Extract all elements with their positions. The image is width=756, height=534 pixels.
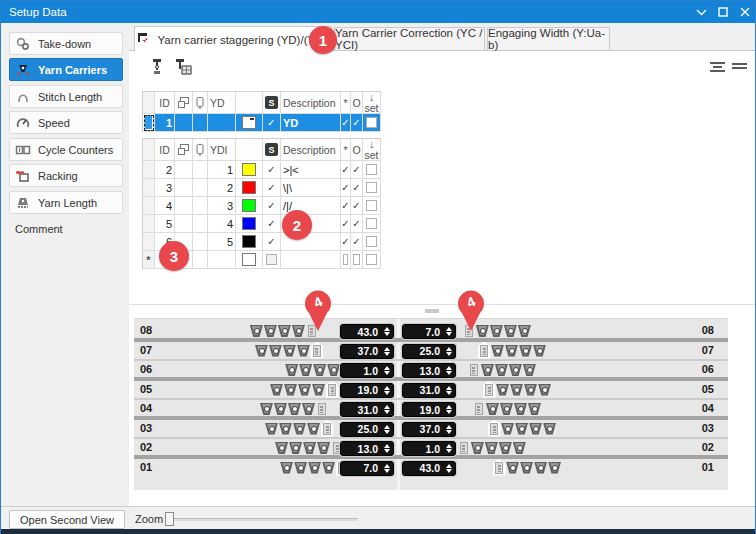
stagger-handle[interactable] <box>495 462 503 474</box>
left-stagger-stepper[interactable]: 13.0 <box>340 441 394 456</box>
yarn-carrier-icon <box>534 462 547 474</box>
check-icon: ✓ <box>267 237 275 247</box>
left-stagger-stepper[interactable]: 43.0 <box>340 324 394 339</box>
sidebar-item-racking[interactable]: Racking <box>9 164 123 187</box>
col-header-o[interactable]: O <box>351 139 363 161</box>
device-column-icon[interactable] <box>193 139 208 161</box>
right-stagger-stepper[interactable]: 19.0 <box>402 402 456 417</box>
staggering-view: 08 43.0 7.0 08 07 37.0 25.0 07 06 1.0 <box>134 318 728 490</box>
sidebar-item-take-down[interactable]: Take-down <box>9 32 123 55</box>
cell-id[interactable]: 1 <box>155 114 175 132</box>
close-icon[interactable] <box>737 4 753 20</box>
row-selector[interactable] <box>143 197 155 215</box>
s-column-icon[interactable]: S <box>263 92 281 114</box>
stagger-handle[interactable] <box>318 403 326 415</box>
stagger-handle[interactable] <box>485 384 493 396</box>
col-header-set[interactable]: ↓set <box>363 92 381 114</box>
left-stagger-stepper[interactable]: 37.0 <box>340 344 394 359</box>
sidebar-item-comment[interactable]: Comment <box>9 217 123 240</box>
zoom-slider-track[interactable] <box>166 518 358 521</box>
cell-id[interactable]: 5 <box>155 215 175 233</box>
cell-color[interactable] <box>236 215 263 233</box>
cell-ydi[interactable]: 3 <box>208 197 236 215</box>
cell-ydi[interactable]: 1 <box>208 161 236 179</box>
s-column-icon[interactable]: S <box>263 139 281 161</box>
cell-id[interactable]: 4 <box>155 197 175 215</box>
new-row-marker[interactable]: * <box>143 251 155 269</box>
col-header-description[interactable]: Description <box>281 92 341 114</box>
cell-id[interactable]: 3 <box>155 179 175 197</box>
row-selector[interactable] <box>143 114 155 132</box>
cell-ydi[interactable]: 4 <box>208 215 236 233</box>
left-stagger-stepper[interactable]: 19.0 <box>340 383 394 398</box>
device-column-icon[interactable] <box>193 92 208 114</box>
cell-color[interactable] <box>236 251 263 269</box>
cell-description[interactable]: \|\ <box>281 179 341 197</box>
sidebar-item-yarn-length[interactable]: Yarn Length <box>9 191 123 214</box>
col-header-id[interactable]: ID <box>155 92 175 114</box>
tab-yarn-carrier-staggering[interactable]: Yarn carrier staggering (YD)/(YDI) <box>134 26 332 52</box>
stagger-handle[interactable] <box>470 364 478 376</box>
cell-ydi[interactable]: 5 <box>208 233 236 251</box>
maximize-icon[interactable] <box>715 4 731 20</box>
copy-column-icon[interactable] <box>175 92 193 114</box>
col-header-star[interactable]: * <box>341 92 351 114</box>
stagger-handle[interactable] <box>328 384 336 396</box>
carrier-assign-tool-icon[interactable] <box>173 57 193 77</box>
left-stagger-stepper[interactable]: 1.0 <box>340 363 394 378</box>
carrier-track-row: 03 25.0 37.0 03 <box>134 420 728 440</box>
left-stagger-stepper[interactable]: 31.0 <box>340 402 394 417</box>
cell-id[interactable]: 2 <box>155 161 175 179</box>
cell-color[interactable] <box>236 233 263 251</box>
col-header-yd[interactable]: YD <box>208 92 236 114</box>
stagger-handle[interactable] <box>475 403 483 415</box>
left-stagger-stepper[interactable]: 25.0 <box>340 422 394 437</box>
right-stagger-stepper[interactable]: 25.0 <box>402 344 456 359</box>
row-selector[interactable] <box>143 215 155 233</box>
col-header-set[interactable]: ↓set <box>363 139 381 161</box>
tab-yarn-carrier-correction[interactable]: Yarn Carrier Correction (YC / YCI) <box>334 27 485 51</box>
zoom-slider-thumb[interactable] <box>165 512 174 526</box>
check-icon: ✓ <box>352 201 360 211</box>
collapse-icon[interactable] <box>693 4 709 20</box>
sidebar-item-speed[interactable]: Speed <box>9 111 123 134</box>
stagger-handle[interactable] <box>313 345 321 357</box>
row-selector[interactable] <box>143 179 155 197</box>
row-selector[interactable] <box>143 161 155 179</box>
col-header-ydi[interactable]: YDI <box>208 139 236 161</box>
cell-description[interactable]: >|< <box>281 161 341 179</box>
stagger-handle[interactable] <box>480 345 488 357</box>
view-mode-stacked-icon[interactable] <box>710 62 725 72</box>
carrier-tool-icon[interactable] <box>149 57 169 77</box>
cell-color[interactable] <box>236 179 263 197</box>
tab-engaging-width[interactable]: Engaging Width (Y:Ua-b) <box>487 27 610 51</box>
col-header-id[interactable]: ID <box>155 139 175 161</box>
splitter-grip[interactable] <box>425 309 439 313</box>
col-header-description[interactable]: Description <box>281 139 341 161</box>
left-stagger-stepper[interactable]: 7.0 <box>340 461 394 476</box>
sidebar-item-yarn-carriers[interactable]: Yarn Carriers <box>9 58 123 81</box>
right-stagger-stepper[interactable]: 31.0 <box>402 383 456 398</box>
right-stagger-stepper[interactable]: 7.0 <box>402 324 456 339</box>
stagger-handle[interactable] <box>460 442 468 454</box>
view-mode-split-icon[interactable] <box>732 63 747 69</box>
stagger-handle[interactable] <box>323 423 331 435</box>
stagger-handle[interactable] <box>490 423 498 435</box>
cell-ydi[interactable]: 2 <box>208 179 236 197</box>
right-stagger-stepper[interactable]: 37.0 <box>402 422 456 437</box>
col-header-o[interactable]: O <box>351 92 363 114</box>
row-selector[interactable] <box>143 233 155 251</box>
sidebar-item-cycle-counters[interactable]: Cycle Counters <box>9 138 123 161</box>
right-stagger-stepper[interactable]: 1.0 <box>402 441 456 456</box>
cell-color[interactable] <box>236 161 263 179</box>
title-bar[interactable]: Setup Data <box>1 1 756 23</box>
col-header-star[interactable]: * <box>341 139 351 161</box>
open-second-view-button[interactable]: Open Second View <box>9 510 125 529</box>
cell-color[interactable] <box>236 197 263 215</box>
right-stagger-stepper[interactable]: 43.0 <box>402 461 456 476</box>
right-stagger-stepper[interactable]: 13.0 <box>402 363 456 378</box>
sidebar-item-stitch-length[interactable]: Stitch Length <box>9 85 123 108</box>
copy-column-icon[interactable] <box>175 139 193 161</box>
cell-description[interactable]: YD <box>281 114 341 132</box>
cell-color[interactable] <box>236 114 263 132</box>
